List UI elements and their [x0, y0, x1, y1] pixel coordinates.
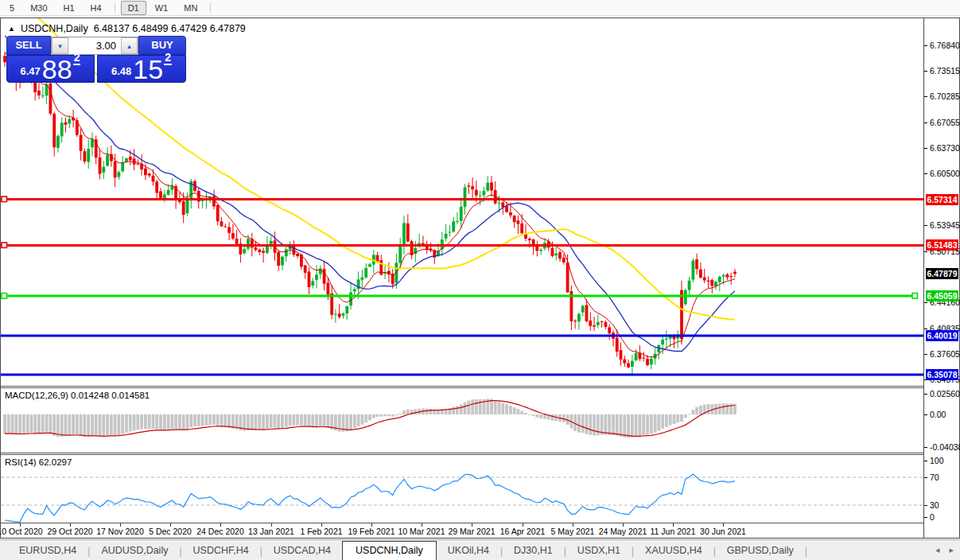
chart-tab-usdcad-h4[interactable]: USDCAD,H4 — [262, 542, 342, 560]
price-tick-label: 6.37605 — [930, 349, 960, 359]
macd-pane[interactable]: MACD(12,26,9) 0.014248 0.014581 — [1, 388, 923, 453]
rsi-tick-label: 30 — [930, 500, 939, 510]
symbol-period-label: USDCNH,Daily — [21, 23, 88, 34]
price-tick-dash — [924, 354, 927, 355]
mt4-window: 5M30H1H4D1W1MN MACD(12,26,9) 0.014248 0.… — [0, 0, 960, 560]
chart-tab-audusd-daily[interactable]: AUDUSD,Daily — [90, 542, 179, 560]
chart-tab-gbpusd-daily[interactable]: GBPUSD,Daily — [716, 542, 805, 560]
moving-average-8 — [5, 52, 735, 357]
price-axis[interactable]: 6.768406.735156.702856.670556.637306.605… — [923, 18, 959, 538]
timeframe-button-M30[interactable]: M30 — [23, 1, 54, 15]
chart-tab-ukoil-h4[interactable]: UKOil,H4 — [437, 542, 500, 560]
sell-price-base: 6.47 — [21, 65, 41, 77]
macd-tick-dash — [924, 414, 927, 415]
date-tick-label: 16 Apr 2021 — [500, 527, 546, 536]
candlesticks — [3, 52, 737, 376]
moving-average-18 — [5, 36, 735, 352]
macd-tick-label: -0.040386 — [930, 442, 960, 452]
price-tick-dash — [924, 96, 927, 97]
price-tick-dash — [924, 148, 927, 149]
chart-tab-usdchf-h4[interactable]: USDCHF,H4 — [182, 542, 260, 560]
tab-scroll-right-icon[interactable]: ▸ — [949, 545, 954, 555]
buy-button[interactable]: BUY — [138, 36, 186, 55]
timeframe-button-5[interactable]: 5 — [2, 1, 21, 15]
hline-marker — [2, 294, 7, 299]
date-tick-label: 11 Jun 2021 — [650, 527, 695, 536]
tab-separator: | — [805, 546, 807, 560]
date-tick-label: 19 Feb 2021 — [348, 527, 395, 536]
chart-tab-eurusd-h4[interactable]: EURUSD,H4 — [8, 542, 87, 560]
sell-price-box[interactable]: 6.47 88 2 — [6, 55, 95, 83]
one-click-trading-panel: SELL ▾ 3.00 ▴ BUY 6.47 88 2 6.48 15 2 — [6, 36, 186, 83]
timeframe-button-W1[interactable]: W1 — [148, 1, 176, 15]
price-line-badge: 6.40019 — [926, 330, 958, 341]
rsi-pane[interactable]: RSI(14) 62.0297 — [1, 455, 923, 523]
price-tick-dash — [924, 71, 927, 72]
toolbar-separator — [115, 2, 115, 14]
volume-down-button[interactable]: ▾ — [52, 37, 68, 54]
macd-tick-label: 0.025609 — [930, 389, 960, 399]
timeframe-button-H1[interactable]: H1 — [56, 1, 82, 15]
buy-price-box[interactable]: 6.48 15 2 — [97, 55, 186, 83]
hline-marker — [2, 196, 7, 202]
macd-tick-label: 0.00 — [930, 410, 946, 419]
date-tick-label: 24 Dec 2020 — [196, 527, 244, 536]
chart-tab-usdcnh-daily[interactable]: USDCNH,Daily — [342, 541, 437, 560]
date-tick-label: 5 Dec 2020 — [149, 527, 192, 536]
rsi-line — [5, 474, 735, 522]
buy-price-big: 15 — [133, 59, 163, 80]
rsi-tick-dash — [924, 505, 927, 506]
timeframe-button-H4[interactable]: H4 — [84, 1, 109, 15]
price-tick-label: 6.60500 — [930, 169, 960, 178]
macd-label: MACD(12,26,9) 0.014248 0.014581 — [5, 391, 150, 400]
hline-marker — [2, 243, 7, 248]
sell-price-big: 88 — [42, 59, 72, 80]
sell-button[interactable]: SELL — [6, 36, 51, 55]
date-tick-label: 1 Feb 2021 — [300, 527, 342, 536]
timeframe-button-MN[interactable]: MN — [177, 1, 204, 15]
date-tick-label: 13 Jan 2021 — [248, 527, 294, 536]
price-tick-label: 6.53945 — [930, 220, 960, 230]
macd-histogram — [3, 399, 737, 438]
price-tick-label: 6.70285 — [930, 91, 960, 101]
date-tick-label: 30 Jun 2021 — [700, 527, 746, 536]
chart-tab-xauusd-h4[interactable]: XAUUSD,H4 — [634, 542, 713, 560]
date-tick-label: 17 Nov 2020 — [96, 527, 144, 536]
price-tick-label: 6.73515 — [930, 66, 960, 76]
toolbar-separator — [210, 2, 211, 14]
rsi-tick-dash — [924, 477, 927, 478]
date-tick-label: 10 Oct 2020 — [0, 527, 43, 536]
chart-title-row: ▲ USDCNH,Daily 6.48137 6.48499 6.47429 6… — [8, 23, 246, 34]
rsi-tick-label: 70 — [930, 472, 939, 482]
macd-tick-dash — [924, 394, 927, 395]
price-tick-label: 6.67055 — [930, 118, 960, 127]
current-price-badge: 6.47879 — [926, 268, 958, 279]
chart-tab-dj30-h1[interactable]: DJ30,H1 — [503, 542, 564, 560]
price-line-badge: 6.45059 — [926, 290, 958, 301]
chart-tab-bar: EURUSD,H4|AUDUSD,Daily|USDCHF,H4|USDCAD,… — [0, 539, 960, 560]
date-axis[interactable]: 10 Oct 202029 Oct 202017 Nov 20205 Dec 2… — [1, 523, 923, 538]
price-tick-dash — [924, 45, 927, 46]
timeframe-toolbar: 5M30H1H4D1W1MN — [0, 0, 960, 16]
chart-tab-usdx-h1[interactable]: USDX,H1 — [566, 542, 632, 560]
ohlc-values: 6.48137 6.48499 6.47429 6.47879 — [94, 23, 246, 34]
tab-scroll-left-icon[interactable]: ◂ — [935, 545, 940, 555]
price-tick-label: 6.76840 — [930, 41, 960, 50]
rsi-label: RSI(14) 62.0297 — [5, 457, 72, 467]
price-tick-dash — [924, 173, 927, 174]
volume-up-button[interactable]: ▴ — [121, 37, 138, 54]
rsi-canvas[interactable] — [1, 455, 923, 523]
timeframe-button-D1[interactable]: D1 — [121, 1, 146, 15]
rsi-tick-label: 0 — [930, 512, 935, 522]
chart-window: MACD(12,26,9) 0.014248 0.014581 RSI(14) … — [0, 18, 960, 539]
one-click-panel-toggle-icon[interactable]: ▲ — [8, 25, 15, 33]
date-tick-label: 5 May 2021 — [551, 527, 595, 536]
price-line-badge: 6.57314 — [926, 194, 958, 205]
hline-marker — [912, 294, 918, 299]
price-tick-dash — [924, 225, 927, 226]
volume-spinner: ▾ 3.00 ▴ — [51, 37, 138, 55]
price-tick-dash — [924, 302, 927, 303]
rsi-tick-dash — [924, 517, 927, 518]
price-line-badge: 6.51483 — [926, 239, 958, 251]
rsi-tick-dash — [924, 461, 927, 461]
